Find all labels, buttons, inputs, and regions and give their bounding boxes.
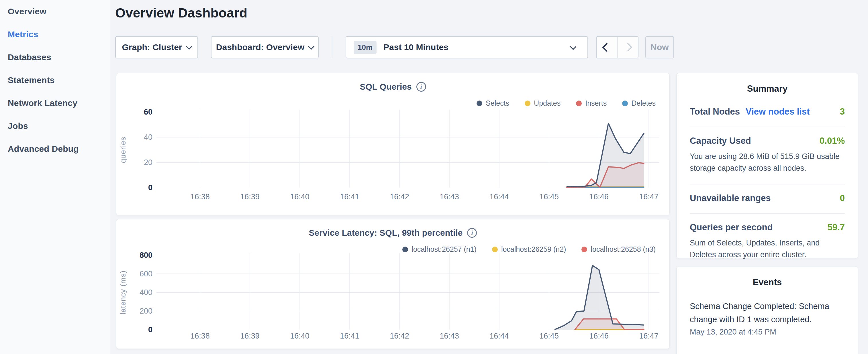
service-latency-chart[interactable]: 16:3816:3916:4016:4116:4216:4316:4416:45…: [116, 219, 670, 349]
now-button[interactable]: Now: [645, 36, 674, 58]
time-back-button[interactable]: [597, 37, 618, 58]
sidebar-item-overview[interactable]: Overview: [0, 0, 110, 23]
sidebar-item-network-latency[interactable]: Network Latency: [0, 92, 110, 115]
summary-label-row: Queries per second59.7: [690, 222, 845, 232]
legend-label: Deletes: [631, 99, 656, 107]
dashboard-dropdown[interactable]: Dashboard: Overview: [211, 36, 319, 58]
svg-text:16:40: 16:40: [290, 332, 309, 340]
svg-text:16:46: 16:46: [589, 332, 609, 340]
svg-text:16:42: 16:42: [390, 192, 409, 201]
svg-text:400: 400: [140, 288, 152, 297]
summary-row-description: Sum of Selects, Updates, Inserts, and De…: [690, 237, 845, 261]
summary-label-row: Capacity Used0.01%: [690, 136, 845, 146]
chevron-right-icon: [623, 43, 632, 52]
sql-queries-panel: 16:3816:3916:4016:4116:4216:4316:4416:45…: [116, 73, 670, 215]
summary-row-label: Queries per second: [690, 222, 773, 232]
chart-legend: localhost:26257 (n1)localhost:26259 (n2)…: [402, 245, 656, 254]
legend-item: Selects: [476, 99, 509, 107]
info-icon[interactable]: i: [416, 82, 426, 92]
svg-text:16:41: 16:41: [340, 192, 359, 201]
svg-text:16:45: 16:45: [539, 192, 559, 201]
svg-text:16:44: 16:44: [490, 192, 509, 201]
summary-label-row: Unavailable ranges0: [690, 193, 845, 203]
chevron-down-icon: [186, 43, 192, 50]
summary-row: Queries per second59.7Sum of Selects, Up…: [690, 213, 845, 270]
legend-dot-icon: [582, 247, 587, 252]
svg-text:16:40: 16:40: [290, 192, 309, 201]
legend-item: localhost:26259 (n2): [492, 245, 566, 254]
legend-label: localhost:26257 (n1): [411, 245, 476, 254]
sidebar-item-advanced-debug[interactable]: Advanced Debug: [0, 137, 110, 160]
svg-text:0: 0: [148, 183, 152, 192]
view-nodes-list-link[interactable]: View nodes list: [746, 106, 810, 117]
legend-item: Inserts: [576, 99, 607, 107]
chevron-left-icon: [602, 43, 612, 52]
graph-dropdown-label: Graph: Cluster: [122, 42, 182, 52]
svg-text:16:43: 16:43: [440, 192, 459, 201]
svg-text:600: 600: [140, 269, 152, 278]
legend-dot-icon: [622, 100, 628, 106]
summary-row-label: Unavailable ranges: [690, 193, 771, 203]
svg-text:60: 60: [144, 108, 152, 116]
time-range-badge: 10m: [353, 41, 376, 54]
sql-queries-chart[interactable]: 16:3816:3916:4016:4116:4216:4316:4416:45…: [116, 73, 670, 216]
sidebar-item-metrics[interactable]: Metrics: [0, 23, 110, 46]
legend-item: Deletes: [622, 99, 656, 107]
chevron-down-icon: [570, 43, 577, 50]
legend-label: Updates: [534, 99, 560, 107]
events-list: Schema Change Completed: Schema change w…: [677, 299, 858, 336]
summary-row-value: 0: [840, 193, 845, 203]
svg-text:16:47: 16:47: [639, 332, 658, 340]
chart-title: SQL Queries: [360, 82, 411, 92]
page-title: Overview Dashboard: [115, 5, 247, 21]
event-item: Schema Change Completed: Schema change w…: [690, 299, 845, 336]
service-latency-panel: 16:3816:3916:4016:4116:4216:4316:4416:45…: [116, 219, 670, 349]
svg-text:16:39: 16:39: [240, 332, 260, 340]
summary-row-label: Capacity Used: [690, 136, 751, 146]
svg-text:200: 200: [140, 307, 152, 315]
summary-row-value: 3: [840, 106, 845, 117]
legend-label: Inserts: [585, 99, 607, 107]
legend-item: localhost:26258 (n3): [582, 245, 656, 254]
summary-row-value: 59.7: [828, 222, 845, 232]
svg-text:16:43: 16:43: [440, 332, 459, 340]
time-range-label: Past 10 Minutes: [383, 42, 448, 52]
toolbar-divider: [332, 36, 333, 58]
svg-text:0: 0: [148, 325, 152, 334]
svg-text:16:38: 16:38: [190, 192, 210, 201]
sidebar-item-databases[interactable]: Databases: [0, 46, 110, 69]
sidebar-item-statements[interactable]: Statements: [0, 69, 110, 92]
events-heading: Events: [677, 267, 858, 293]
svg-text:16:47: 16:47: [639, 192, 658, 201]
graph-dropdown[interactable]: Graph: Cluster: [115, 36, 198, 58]
event-text: Schema Change Completed: Schema change w…: [690, 299, 845, 326]
summary-label-row: Total NodesView nodes list3: [690, 106, 845, 117]
legend-dot-icon: [492, 247, 498, 252]
time-forward-button[interactable]: [618, 37, 638, 58]
legend-dot-icon: [576, 100, 582, 106]
svg-text:20: 20: [144, 158, 152, 167]
time-nav-buttons: [596, 36, 639, 58]
chart-title: Service Latency: SQL, 99th percentile: [309, 228, 463, 238]
svg-text:16:42: 16:42: [390, 332, 409, 340]
summary-panel: Summary Total NodesView nodes list3Capac…: [676, 73, 858, 258]
summary-row: Total NodesView nodes list3: [690, 100, 845, 127]
svg-text:40: 40: [144, 133, 152, 141]
sidebar-item-jobs[interactable]: Jobs: [0, 115, 110, 137]
summary-row-description: You are using 28.6 MiB of 515.9 GiB usab…: [690, 151, 845, 174]
summary-heading: Summary: [677, 73, 858, 100]
svg-text:16:41: 16:41: [340, 332, 359, 340]
svg-text:latency (ms): latency (ms): [119, 270, 127, 315]
legend-dot-icon: [402, 247, 408, 252]
sidebar: OverviewMetricsDatabasesStatementsNetwor…: [0, 0, 110, 354]
legend-label: localhost:26258 (n3): [591, 245, 656, 254]
legend-item: Updates: [525, 99, 560, 107]
svg-text:queries: queries: [119, 137, 127, 163]
time-range-selector[interactable]: 10m Past 10 Minutes: [346, 36, 588, 58]
svg-text:16:39: 16:39: [240, 192, 260, 201]
event-timestamp: May 13, 2020 at 4:45 PM: [690, 328, 845, 336]
info-icon[interactable]: i: [467, 228, 477, 238]
svg-text:16:44: 16:44: [490, 332, 509, 340]
summary-row-label: Total Nodes: [690, 106, 740, 117]
svg-text:16:38: 16:38: [190, 332, 210, 340]
